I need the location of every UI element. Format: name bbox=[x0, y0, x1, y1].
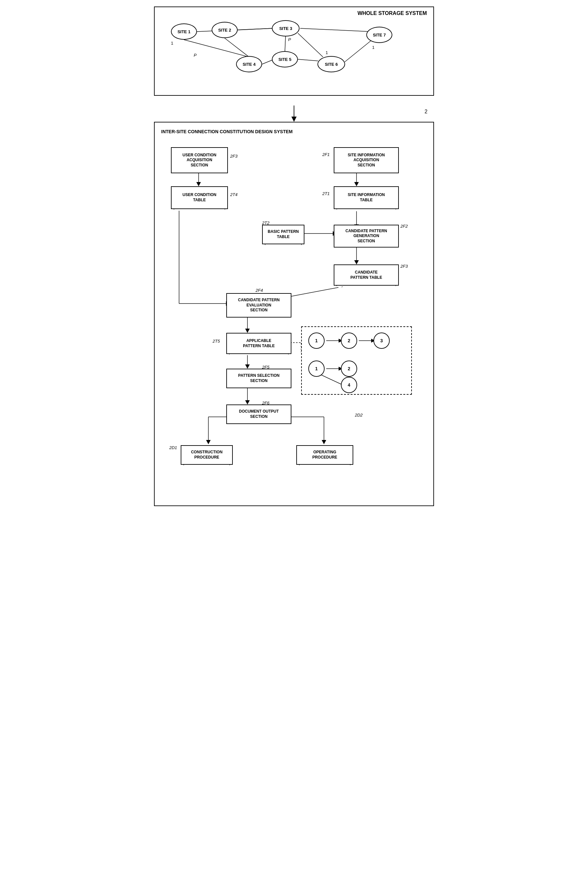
ref-2f6: 2F6 bbox=[262, 400, 269, 405]
svg-marker-11 bbox=[291, 117, 297, 122]
pattern-circle-1b: 1 bbox=[308, 360, 325, 377]
site-info-table-box: SITE INFORMATION TABLE bbox=[334, 186, 399, 209]
svg-marker-38 bbox=[322, 440, 326, 444]
site-node-7: SITE 7 bbox=[366, 27, 392, 43]
ref-2f4: 2F4 bbox=[256, 288, 263, 293]
svg-line-3 bbox=[225, 38, 249, 57]
candidate-pattern-table-container: CANDIDATE PATTERN TABLE bbox=[334, 264, 399, 286]
svg-line-47 bbox=[320, 374, 344, 386]
svg-line-8 bbox=[298, 59, 318, 61]
basic-pattern-table-container: BASIC PATTERN TABLE bbox=[262, 225, 304, 244]
ref-2t2: 2T2 bbox=[262, 220, 269, 225]
ref-2f3-left: 2F3 bbox=[230, 154, 237, 159]
network-diagram: SITE 1 SITE 2 SITE 3 SITE 4 SITE 5 SITE … bbox=[161, 14, 427, 86]
flowchart-area: USER CONDITION ACQUISITION SECTION 2F3 U… bbox=[161, 141, 427, 499]
svg-marker-35 bbox=[206, 440, 211, 444]
site-node-1: SITE 1 bbox=[171, 24, 197, 40]
user-condition-acquisition-box: USER CONDITION ACQUISITION SECTION bbox=[171, 147, 228, 173]
ref-2f2: 2F2 bbox=[400, 224, 408, 229]
ref-2t5: 2T5 bbox=[213, 339, 220, 344]
pattern-circle-1a: 1 bbox=[308, 333, 325, 349]
candidate-pattern-gen-box: CANDIDATE PATTERN GENERATION SECTION bbox=[334, 225, 399, 248]
ref-2d1: 2D1 bbox=[169, 445, 177, 450]
svg-marker-15 bbox=[354, 182, 359, 186]
site-node-3: SITE 3 bbox=[272, 20, 300, 36]
operating-procedure-container: OPERATING PROCEDURE bbox=[296, 445, 353, 465]
design-system-title: INTER-SITE CONNECTION CONSTITUTION DESIG… bbox=[161, 129, 427, 134]
ref-2: 2 bbox=[424, 109, 428, 115]
construction-procedure-container: CONSTRUCTION PROCEDURE bbox=[181, 445, 233, 465]
svg-marker-30 bbox=[245, 364, 250, 369]
pattern-circle-4: 4 bbox=[341, 377, 357, 393]
operating-procedure-box: OPERATING PROCEDURE bbox=[296, 445, 353, 465]
ref-2f5: 2F5 bbox=[262, 365, 269, 370]
site-node-4: SITE 4 bbox=[236, 56, 262, 72]
svg-line-5 bbox=[298, 33, 323, 57]
svg-marker-28 bbox=[245, 328, 250, 333]
page-container: WHOLE STORAGE SYSTEM bbox=[154, 6, 434, 506]
svg-line-4 bbox=[285, 36, 285, 52]
ref-2t1: 2T1 bbox=[322, 191, 330, 196]
site-info-table-torn bbox=[336, 209, 396, 212]
site-node-5: SITE 5 bbox=[272, 51, 298, 68]
main-connecting-arrow: 2 bbox=[154, 105, 434, 122]
pattern-selection-box: PATTERN SELECTION SECTION bbox=[226, 369, 291, 388]
pattern-circle-2b: 2 bbox=[341, 360, 357, 377]
pattern-circle-2a: 2 bbox=[341, 333, 357, 349]
candidate-pattern-table-box: CANDIDATE PATTERN TABLE bbox=[334, 264, 399, 286]
basic-pattern-table-box: BASIC PATTERN TABLE bbox=[262, 225, 304, 244]
user-condition-table-torn bbox=[174, 209, 225, 212]
user-condition-table-container: USER CONDITION TABLE bbox=[171, 186, 228, 209]
svg-line-9 bbox=[345, 40, 372, 62]
svg-marker-32 bbox=[245, 400, 250, 405]
svg-line-1 bbox=[184, 40, 249, 57]
construction-procedure-box: CONSTRUCTION PROCEDURE bbox=[181, 445, 233, 465]
applicable-pattern-table-torn bbox=[229, 354, 289, 357]
pattern-examples-box: 1 2 3 1 2 4 bbox=[301, 326, 412, 395]
pattern-circle-3: 3 bbox=[374, 333, 390, 349]
svg-line-6 bbox=[300, 28, 370, 32]
svg-line-2 bbox=[238, 28, 273, 30]
applicable-pattern-table-box: APPLICABLE PATTERN TABLE bbox=[226, 333, 291, 354]
basic-pattern-table-torn bbox=[265, 244, 302, 247]
site-info-table-container: SITE INFORMATION TABLE bbox=[334, 186, 399, 209]
document-output-box: DOCUMENT OUTPUT SECTION bbox=[226, 405, 291, 424]
svg-marker-21 bbox=[354, 260, 359, 264]
svg-marker-13 bbox=[196, 182, 201, 186]
user-condition-table-box: USER CONDITION TABLE bbox=[171, 186, 228, 209]
construction-procedure-torn bbox=[183, 465, 230, 467]
ref-2f1: 2F1 bbox=[322, 152, 330, 157]
applicable-pattern-table-container: APPLICABLE PATTERN TABLE bbox=[226, 333, 291, 354]
candidate-pattern-table-torn bbox=[336, 286, 396, 288]
site-info-acquisition-box: SITE INFORMATION ACQUISITION SECTION bbox=[334, 147, 399, 173]
ref-2f3-right: 2F3 bbox=[400, 264, 408, 268]
main-arrow-svg bbox=[289, 105, 299, 122]
ref-2t4: 2T4 bbox=[230, 192, 237, 197]
svg-line-7 bbox=[262, 60, 273, 64]
operating-procedure-torn bbox=[299, 465, 351, 467]
site-node-6: SITE 6 bbox=[318, 56, 345, 72]
candidate-pattern-eval-box: CANDIDATE PATTERN EVALUATION SECTION bbox=[226, 293, 291, 318]
design-system-box: INTER-SITE CONNECTION CONSTITUTION DESIG… bbox=[154, 122, 434, 506]
whole-storage-system: WHOLE STORAGE SYSTEM bbox=[154, 6, 434, 96]
ref-2d2: 2D2 bbox=[355, 412, 363, 417]
site-node-2: SITE 2 bbox=[212, 22, 238, 38]
